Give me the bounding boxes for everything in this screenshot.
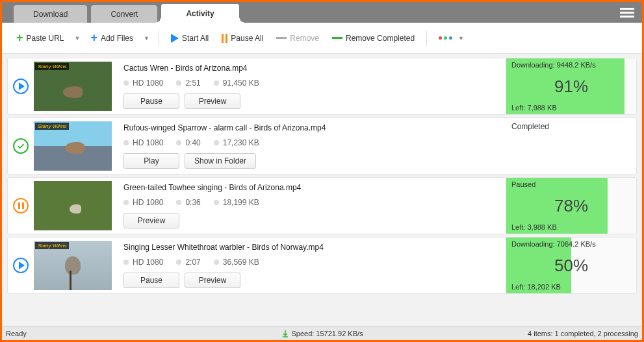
button-line: Play Show in Folder [123,153,500,169]
button-line: Pause Preview [123,273,500,288]
status-column [8,118,34,174]
playing-icon[interactable] [13,79,29,94]
video-thumbnail[interactable]: Stany Wilms [34,241,112,290]
progress-percent: 91% [511,69,631,104]
item-title: Singing Lesser Whitethroat warbler - Bir… [123,243,500,252]
add-files-dropdown[interactable]: ▼ [141,35,152,42]
plus-icon: + [90,31,97,45]
pause-icon [222,34,227,43]
info-column: Cactus Wren - Birds of Arizona.mp4 HD 10… [117,58,506,114]
paste-url-label: Paste URL [27,34,64,43]
minus-icon [276,37,287,39]
video-thumbnail[interactable]: Stany Wilms [34,62,112,111]
quality-label: HD 1080 [133,198,163,207]
speed-label: Speed: 15721.92 KB/s [291,330,363,337]
progress-column: Paused 78% Left: 3,988 KB [506,178,636,234]
button-line: Preview [123,213,500,228]
progress-percent: 50% [511,248,631,283]
ready-label: Ready [6,330,27,337]
remove-completed-label: Remove Completed [346,34,415,43]
start-all-button[interactable]: Start All [166,31,214,46]
item-title: Cactus Wren - Birds of Arizona.mp4 [123,64,500,73]
completed-label: Completed [511,122,549,131]
pause-all-button[interactable]: Pause All [216,31,268,46]
thumbnail-column: Stany Wilms [34,58,117,114]
remove-label: Remove [290,34,319,43]
summary-label: 4 items: 1 completed, 2 processing [528,330,638,337]
status-column [8,178,34,234]
app-window: Download Convert Activity + Paste URL ▼ … [0,0,644,342]
dots-icon [439,36,452,40]
completed-icon[interactable] [13,138,29,154]
progress-column: Downloading: 7064.2 KB/s 50% Left: 18,20… [506,238,636,293]
item-title: Green-tailed Towhee singing - Birds of A… [123,183,500,192]
meta-line: HD 1080 2:51 91,450 KB [123,79,500,88]
meta-line: HD 1080 0:36 18,199 KB [123,198,500,207]
pause-item-button[interactable]: Pause [123,273,179,288]
remove-completed-button[interactable]: Remove Completed [327,31,420,46]
status-column [8,238,34,293]
activity-item: Stany Wilms Cactus Wren - Birds of Arizo… [7,58,637,115]
paused-label: Paused [511,180,631,188]
item-title: Rufous-winged Sparrow - alarm call - Bir… [123,123,500,132]
tab-strip: Download Convert Activity [2,2,243,23]
preview-item-button[interactable]: Preview [185,273,240,288]
tab-download[interactable]: Download [14,5,87,23]
chevron-down-icon: ▼ [456,35,467,42]
header-bar: Download Convert Activity [2,2,642,23]
completed-column: Completed [506,118,636,174]
status-column [8,58,34,114]
progress-column: Downloading: 9448.2 KB/s 91% Left: 7,988… [506,58,636,114]
video-thumbnail[interactable] [34,181,112,230]
play-icon [171,34,179,43]
size-label: 18,199 KB [223,198,259,207]
size-label: 17,230 KB [223,138,259,147]
tab-activity[interactable]: Activity [161,4,238,23]
toolbar: + Paste URL ▼ + Add Files ▼ Start All Pa… [2,23,642,54]
activity-item: Stany Wilms Singing Lesser Whitethroat w… [7,237,637,294]
watermark: Stany Wilms [35,123,69,130]
download-speed: Downloading: 9448.2 KB/s [511,61,631,69]
plus-icon: + [16,31,23,45]
separator [159,31,159,46]
video-thumbnail[interactable]: Stany Wilms [34,121,112,171]
thumbnail-column: Stany Wilms [34,238,117,293]
progress-percent: 78% [511,188,631,223]
activity-item: Green-tailed Towhee singing - Birds of A… [7,177,637,234]
bytes-left: Left: 7,988 KB [511,104,631,112]
playing-icon[interactable] [13,258,29,273]
separator [426,31,427,46]
quality-label: HD 1080 [133,138,163,147]
pause-item-button[interactable]: Pause [123,93,179,109]
watermark: Stany Wilms [35,242,69,249]
tab-convert[interactable]: Convert [91,5,157,23]
info-column: Singing Lesser Whitethroat warbler - Bir… [117,238,506,293]
download-arrow-icon [281,330,289,337]
thumbnail-column [34,178,117,234]
speed-indicator: Speed: 15721.92 KB/s [281,330,363,337]
activity-list: Stany Wilms Cactus Wren - Birds of Arizo… [2,54,642,326]
quality-label: HD 1080 [133,79,163,88]
duration-label: 0:40 [185,138,200,147]
preview-item-button[interactable]: Preview [185,93,240,109]
button-line: Pause Preview [123,93,500,109]
info-column: Rufous-winged Sparrow - alarm call - Bir… [117,118,506,174]
play-item-button[interactable]: Play [123,153,179,169]
meta-line: HD 1080 0:40 17,230 KB [123,138,500,147]
paused-icon[interactable] [13,198,29,214]
thumbnail-column: Stany Wilms [34,118,117,174]
duration-label: 2:07 [185,258,200,267]
paste-url-button[interactable]: + Paste URL [11,28,70,48]
paste-url-dropdown[interactable]: ▼ [72,35,83,42]
hamburger-menu-icon[interactable] [620,6,634,19]
remove-button[interactable]: Remove [271,31,324,46]
start-all-label: Start All [182,34,209,43]
activity-item: Stany Wilms Rufous-winged Sparrow - alar… [7,117,637,175]
status-bar: Ready Speed: 15721.92 KB/s 4 items: 1 co… [2,326,642,340]
add-files-button[interactable]: + Add Files [85,28,138,48]
watermark: Stany Wilms [35,63,69,70]
download-speed: Downloading: 7064.2 KB/s [511,240,631,248]
preview-item-button[interactable]: Preview [123,213,179,228]
more-options-button[interactable]: ▼ [433,32,472,45]
show-in-folder-button[interactable]: Show in Folder [185,153,256,169]
